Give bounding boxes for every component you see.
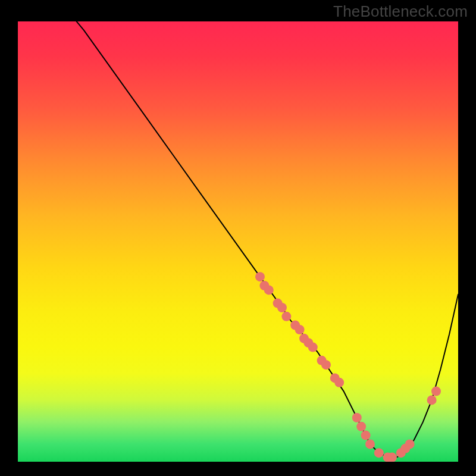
data-marker (405, 439, 415, 449)
data-marker (374, 448, 384, 458)
data-marker (264, 285, 274, 295)
data-marker (356, 422, 366, 431)
chart-container: TheBottleneck.com (0, 0, 476, 476)
data-marker (352, 413, 362, 422)
data-marker (334, 378, 344, 387)
curve-svg (18, 21, 458, 462)
data-marker (361, 431, 371, 440)
data-marker (277, 303, 287, 312)
data-marker (308, 343, 318, 352)
data-marker (281, 312, 291, 321)
data-marker (387, 453, 397, 462)
data-marker (295, 325, 305, 334)
data-marker (431, 387, 441, 396)
watermark: TheBottleneck.com (333, 2, 468, 21)
data-marker (321, 360, 331, 369)
data-marker (365, 439, 375, 449)
curve-group (18, 21, 458, 458)
bottleneck-curve (18, 21, 458, 458)
markers-group (255, 272, 441, 462)
data-marker (427, 395, 437, 405)
watermark-text: TheBottleneck.com (333, 2, 468, 20)
plot-area (18, 21, 458, 462)
data-marker (255, 272, 265, 281)
